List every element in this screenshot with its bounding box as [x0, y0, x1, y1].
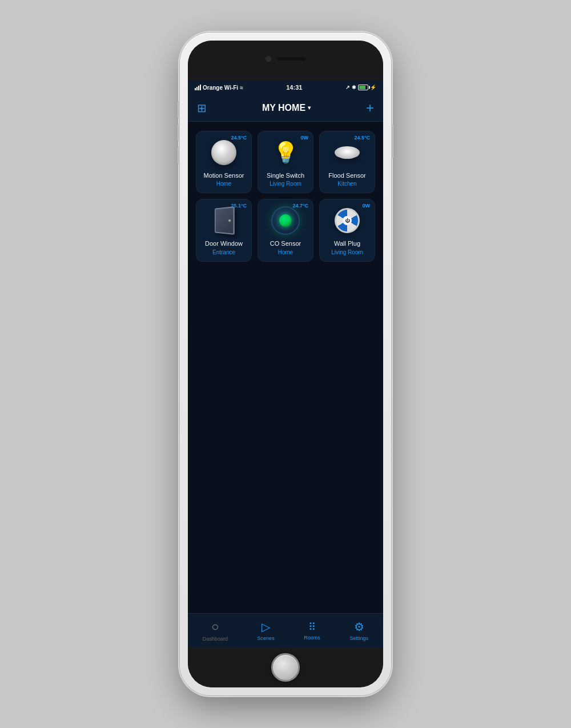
settings-label: Settings	[350, 635, 369, 641]
phone-screen: Orange Wi-Fi ≈ 14:31 ↗ ✱ ⚡ ⊞ MY HOME ▾ +	[188, 41, 383, 687]
device-card-flood-sensor[interactable]: 24.5°C Flood Sensor Kitchen	[319, 131, 375, 193]
co-sensor-inner-icon	[279, 214, 292, 227]
bulb-icon: 💡	[273, 141, 299, 165]
grid-icon[interactable]: ⊞	[197, 101, 207, 115]
device-card-door-window[interactable]: 25.1°C Door Window Entrance	[196, 199, 252, 261]
door-window-icon	[215, 206, 235, 235]
app-spacer	[188, 453, 383, 613]
nav-item-settings[interactable]: ⚙ Settings	[350, 620, 369, 641]
wall-plug-name: Wall Plug	[334, 239, 360, 247]
carrier-label: Orange Wi-Fi	[203, 85, 238, 91]
single-switch-name: Single Switch	[267, 171, 304, 179]
single-switch-room: Living Room	[270, 181, 301, 187]
signal-bars	[195, 85, 201, 90]
dashboard-label: Dashboard	[203, 636, 228, 642]
wall-plug-room: Living Room	[331, 249, 363, 255]
home-button[interactable]	[271, 653, 300, 682]
arrow-icon: ↗	[345, 85, 350, 90]
time-display: 14:31	[286, 84, 302, 91]
single-switch-icon-container: 💡	[270, 137, 301, 168]
home-title-container[interactable]: MY HOME ▾	[262, 103, 311, 113]
nav-item-rooms[interactable]: ⠿ Rooms	[304, 621, 320, 641]
settings-icon: ⚙	[354, 620, 364, 634]
flood-sensor-room: Kitchen	[337, 181, 356, 187]
status-bar: Orange Wi-Fi ≈ 14:31 ↗ ✱ ⚡	[188, 81, 383, 94]
home-title-text: MY HOME	[262, 103, 305, 113]
status-right: ↗ ✱ ⚡	[345, 85, 376, 90]
flood-sensor-name: Flood Sensor	[328, 171, 365, 179]
flood-sensor-icon-container	[332, 137, 363, 168]
door-window-name: Door Window	[205, 239, 243, 247]
door-window-room: Entrance	[212, 249, 235, 255]
flood-sensor-icon	[335, 146, 360, 159]
app-header: ⊞ MY HOME ▾ +	[188, 94, 383, 122]
door-window-icon-container	[208, 205, 239, 236]
scenes-icon: ▷	[262, 620, 270, 634]
co-sensor-icon-container	[270, 205, 301, 236]
device-card-motion-sensor[interactable]: 24.5°C Motion Sensor Home	[196, 131, 252, 193]
device-card-wall-plug[interactable]: 0W ⏻ Wall Plug Living Room	[319, 199, 375, 261]
nav-item-scenes[interactable]: ▷ Scenes	[258, 620, 275, 641]
charging-icon: ⚡	[370, 85, 376, 90]
motion-sensor-name: Motion Sensor	[204, 171, 244, 179]
status-left: Orange Wi-Fi ≈	[195, 85, 243, 91]
add-button[interactable]: +	[366, 100, 374, 116]
motion-sensor-icon	[211, 140, 236, 165]
wall-plug-center: ⏻	[343, 216, 352, 225]
device-card-single-switch[interactable]: 0W 💡 Single Switch Living Room	[258, 131, 313, 193]
top-bezel	[188, 41, 383, 81]
device-card-co-sensor[interactable]: 24.7°C CO Sensor Home	[258, 199, 313, 261]
wall-plug-icon: ⏻	[335, 208, 360, 233]
bottom-nav: ○ Dashboard ▷ Scenes ⠿ Rooms ⚙ Settings	[188, 613, 383, 647]
bluetooth-icon: ✱	[352, 85, 356, 90]
bottom-bezel	[188, 647, 383, 687]
scenes-label: Scenes	[258, 635, 275, 641]
battery-icon	[358, 85, 368, 90]
motion-sensor-icon-container	[208, 137, 239, 168]
chevron-down-icon: ▾	[308, 105, 311, 111]
co-sensor-badge: 24.7°C	[292, 203, 308, 209]
speaker	[277, 57, 305, 61]
dashboard-icon: ○	[211, 619, 219, 634]
co-sensor-room: Home	[278, 249, 293, 255]
motion-sensor-badge: 24.5°C	[231, 135, 247, 141]
rooms-label: Rooms	[304, 635, 320, 641]
wall-plug-icon-container: ⏻	[332, 205, 363, 236]
battery-fill	[359, 86, 365, 89]
co-sensor-icon	[271, 206, 300, 235]
motion-sensor-room: Home	[216, 181, 232, 187]
front-camera	[266, 56, 271, 62]
wifi-icon: ≈	[240, 85, 243, 91]
wall-plug-badge: 0W	[363, 203, 371, 209]
single-switch-badge: 0W	[301, 135, 309, 141]
rooms-icon: ⠿	[308, 621, 316, 633]
nav-item-dashboard[interactable]: ○ Dashboard	[203, 619, 228, 642]
flood-sensor-badge: 24.5°C	[354, 135, 370, 141]
phone-frame: Orange Wi-Fi ≈ 14:31 ↗ ✱ ⚡ ⊞ MY HOME ▾ +	[180, 33, 391, 695]
co-sensor-name: CO Sensor	[270, 239, 301, 247]
device-grid: 24.5°C Motion Sensor Home 0W 💡 Single Sw…	[196, 131, 375, 262]
app-content: 24.5°C Motion Sensor Home 0W 💡 Single Sw…	[188, 122, 383, 453]
